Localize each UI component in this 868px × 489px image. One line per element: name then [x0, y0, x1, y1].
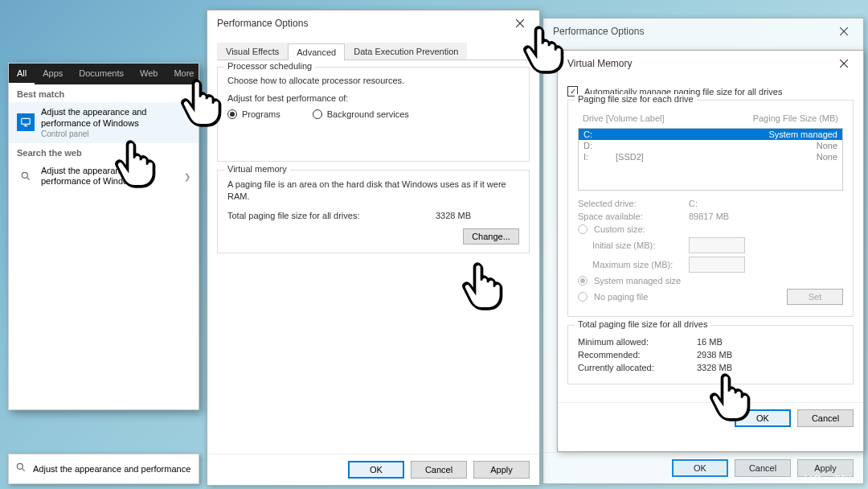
drive-row[interactable]: D: None	[579, 140, 842, 151]
change-button[interactable]: Change...	[463, 228, 519, 244]
search-tab-more[interactable]: More	[166, 64, 202, 84]
drive-label	[616, 129, 768, 139]
vm-total-label: Total paging file size for all drives:	[227, 211, 359, 220]
virtual-memory-group: Virtual memory A paging file is an area …	[217, 170, 530, 253]
set-button: Set	[787, 289, 843, 305]
search-tab-web[interactable]: Web	[132, 64, 166, 84]
best-match-item[interactable]: Adjust the appearance and performance of…	[9, 102, 199, 143]
drive-size: None	[817, 141, 837, 150]
min-allowed-value: 16 MB	[697, 337, 723, 347]
currently-allocated-value: 3328 MB	[697, 363, 732, 372]
search-results-panel: All Apps Documents Web More Best match A…	[8, 63, 199, 410]
svg-point-9	[22, 173, 27, 179]
programs-radio[interactable]	[227, 109, 237, 119]
bg-window-titlebar: Performance Options	[543, 18, 863, 44]
vm-group-title: Virtual memory	[224, 164, 290, 174]
initial-size-label: Initial size (MB):	[592, 240, 682, 250]
bg-services-label: Background services	[327, 109, 409, 119]
bg-cancel-button[interactable]: Cancel	[735, 459, 791, 477]
search-tabs: All Apps Documents Web More	[9, 64, 199, 84]
tab-dep[interactable]: Data Execution Prevention	[345, 43, 467, 60]
perf-ok-button[interactable]: OK	[348, 461, 404, 479]
min-allowed-label: Minimum allowed:	[578, 337, 690, 347]
svg-line-12	[22, 468, 24, 471]
search-tab-all[interactable]: All	[9, 64, 35, 84]
maximum-size-input	[689, 257, 745, 273]
recommended-value: 2938 MB	[697, 350, 732, 360]
space-available-value: 89817 MB	[689, 212, 729, 221]
space-available-label: Space available:	[578, 212, 682, 221]
background-services-radio[interactable]	[313, 109, 322, 119]
adjust-label: Adjust for best performance of:	[227, 93, 519, 103]
close-icon[interactable]	[831, 55, 857, 72]
perf-title: Performance Options	[217, 18, 308, 29]
bg-ok-button[interactable]: OK	[672, 459, 728, 477]
drive-list-header: Drive [Volume Label] Paging File Size (M…	[578, 112, 843, 125]
close-icon[interactable]	[831, 23, 857, 39]
vm-ok-button[interactable]: OK	[735, 409, 791, 427]
drive-letter: C:	[583, 129, 616, 139]
best-match-sub: Control panel	[41, 129, 147, 138]
search-web-heading: Search the web	[9, 143, 199, 161]
vm-total-value: 3328 MB	[436, 211, 471, 220]
watermark: UG⊃TFIX	[804, 473, 860, 486]
vm-desc: A paging file is an area on the hard dis…	[227, 179, 519, 203]
search-icon	[17, 171, 35, 182]
perf-apply-button[interactable]: Apply	[473, 461, 530, 479]
virtual-memory-window: Virtual Memory ✓ Automatically manage pa…	[557, 50, 864, 452]
drive-letter: I:	[583, 152, 616, 162]
custom-size-radio	[578, 224, 588, 234]
custom-size-label: Custom size:	[594, 224, 645, 234]
chevron-right-icon: ❯	[184, 172, 190, 181]
search-tab-documents[interactable]: Documents	[71, 64, 132, 84]
best-match-heading: Best match	[9, 84, 199, 102]
web-item-line2: performance of Windows	[41, 176, 147, 187]
tab-advanced[interactable]: Advanced	[288, 43, 345, 60]
drive-label	[616, 141, 817, 150]
perf-footer: OK Cancel Apply	[207, 454, 539, 485]
drive-size: System managed	[768, 129, 837, 139]
head-drive: Drive [Volume Label]	[583, 113, 753, 123]
best-match-line1: Adjust the appearance and	[41, 107, 147, 118]
perf-titlebar: Performance Options	[207, 10, 539, 36]
taskbar-search-box[interactable]	[8, 454, 199, 484]
vm-body: ✓ Automatically manage paging file size …	[558, 76, 863, 402]
vm-titlebar: Virtual Memory	[558, 51, 863, 76]
drive-label: [SSD2]	[616, 152, 817, 162]
maximum-size-label: Maximum size (MB):	[592, 260, 682, 269]
drive-row[interactable]: I: [SSD2] None	[579, 151, 842, 162]
scheduling-title: Processor scheduling	[224, 61, 315, 71]
search-input[interactable]	[33, 464, 192, 474]
performance-options-window: Performance Options Visual Effects Advan…	[207, 10, 540, 486]
monitor-icon	[17, 113, 35, 131]
web-search-item[interactable]: Adjust the appearance and performance of…	[9, 161, 199, 193]
svg-point-11	[17, 463, 23, 469]
tab-visual-effects[interactable]: Visual Effects	[217, 43, 288, 60]
selected-drive-label: Selected drive:	[578, 199, 682, 208]
initial-size-input	[689, 237, 745, 253]
selected-drive-value: C:	[689, 199, 698, 208]
best-match-line2: performance of Windows	[41, 118, 147, 129]
drive-list[interactable]: C: System managed D: None I: [SSD2] None	[578, 128, 843, 191]
scheduling-group: Processor scheduling Choose how to alloc…	[217, 67, 530, 162]
perf-body: Visual Effects Advanced Data Execution P…	[207, 36, 539, 271]
totals-group: Total paging file size for all drives Mi…	[567, 325, 854, 384]
svg-line-10	[27, 178, 29, 180]
no-paging-radio	[578, 292, 588, 302]
totals-heading: Total paging file size for all drives	[575, 319, 710, 329]
scheduling-sub: Choose how to allocate processor resourc…	[227, 76, 519, 85]
drive-letter: D:	[583, 141, 616, 150]
vm-title: Virtual Memory	[567, 58, 632, 69]
drive-row[interactable]: C: System managed	[579, 129, 842, 140]
bg-window-title: Performance Options	[553, 26, 644, 37]
system-managed-radio	[578, 276, 588, 286]
vm-cancel-button[interactable]: Cancel	[797, 409, 854, 427]
drive-group-title: Paging file size for each drive	[575, 94, 697, 104]
currently-allocated-label: Currently allocated:	[578, 363, 690, 372]
search-tab-apps[interactable]: Apps	[35, 64, 71, 84]
recommended-label: Recommended:	[578, 350, 690, 360]
perf-cancel-button[interactable]: Cancel	[411, 461, 467, 479]
close-icon[interactable]	[507, 15, 533, 31]
system-managed-label: System managed size	[594, 276, 681, 286]
vm-footer: OK Cancel	[558, 402, 863, 434]
